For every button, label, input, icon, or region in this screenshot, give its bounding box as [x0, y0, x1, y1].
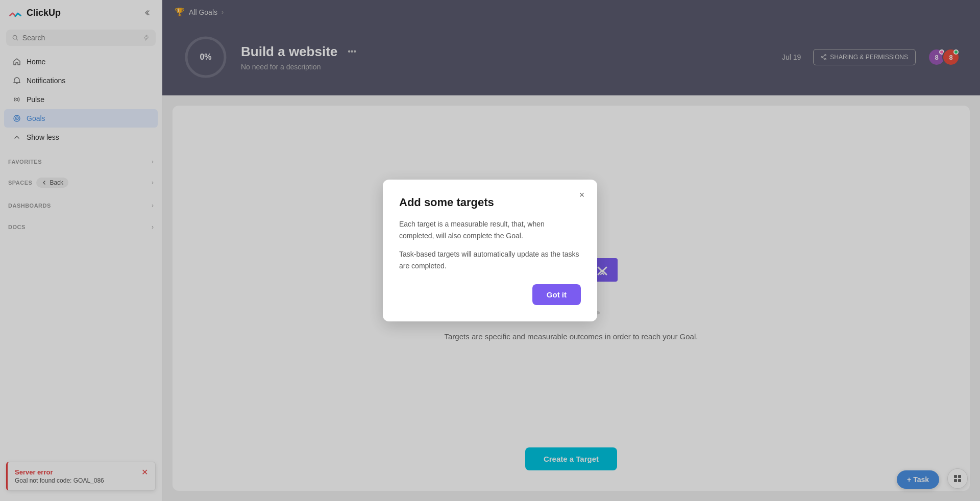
got-it-button[interactable]: Got it: [532, 284, 581, 305]
modal-body-1: Each target is a measurable result, that…: [399, 218, 581, 242]
modal-overlay[interactable]: × Add some targets Each target is a meas…: [0, 0, 980, 501]
modal-title: Add some targets: [399, 196, 581, 209]
modal-footer: Got it: [399, 284, 581, 305]
modal-body-2: Task-based targets will automatically up…: [399, 248, 581, 272]
modal-close-button[interactable]: ×: [575, 188, 589, 202]
add-targets-modal: × Add some targets Each target is a meas…: [383, 180, 597, 321]
